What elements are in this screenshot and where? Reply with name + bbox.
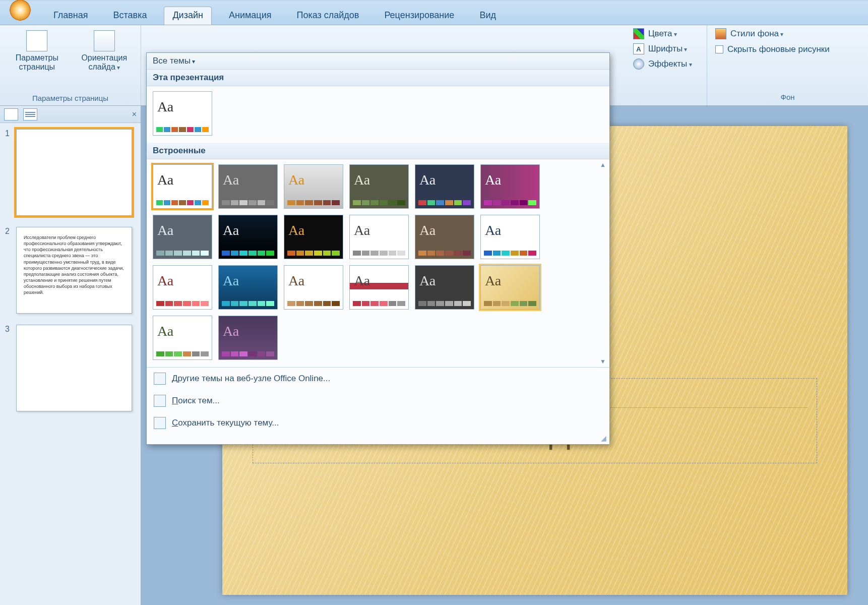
theme-tile-brown[interactable]: Аа: [415, 215, 474, 259]
slide-thumbnail-3[interactable]: [16, 325, 132, 411]
themes-scrollbar[interactable]: ▲▼: [597, 159, 608, 367]
page-setup-icon: [26, 30, 47, 51]
effects-icon: [633, 58, 644, 70]
theme-color-strip: [222, 351, 274, 356]
orientation-icon: [94, 30, 115, 51]
search-themes[interactable]: Поиск тем...: [147, 390, 609, 412]
slide-thumbnails: 1 2 Исследователи проблем среднего профе…: [0, 123, 141, 429]
slide-panel: × 1 2 Исследователи проблем среднего про…: [0, 106, 141, 605]
bg-styles-label: Стили фона: [730, 29, 783, 39]
more-themes-online[interactable]: Другие темы на веб-узле Office Online...: [147, 368, 609, 390]
themes-dropdown-header[interactable]: Все темы: [147, 53, 609, 70]
theme-sample-text: Аа: [223, 323, 239, 339]
slide-panel-tabs: ×: [0, 106, 141, 123]
save-current-theme[interactable]: Сохранить текущую тему...: [147, 412, 609, 434]
theme-tile-office-default[interactable]: Аа: [153, 91, 212, 136]
theme-tile-violet[interactable]: Аа: [218, 316, 278, 360]
effects-label: Эффекты: [648, 59, 692, 69]
hide-background-checkbox[interactable]: Скрыть фоновые рисунки: [715, 44, 860, 54]
page-setup-label: Параметры страницы: [9, 53, 65, 72]
globe-icon: [154, 373, 166, 385]
theme-color-strip: [484, 200, 536, 205]
theme-tile-metal[interactable]: Аа: [284, 164, 343, 209]
thumb-number: 1: [5, 129, 12, 216]
theme-color-strip: [418, 251, 471, 256]
theme-tile-blackblue[interactable]: Аа: [218, 215, 278, 259]
theme-tile-circles[interactable]: Аа: [153, 316, 212, 360]
theme-tile-blackfire[interactable]: Аа: [284, 215, 343, 259]
bg-styles-icon: [715, 28, 726, 39]
tab-animation[interactable]: Анимация: [221, 7, 280, 25]
theme-color-strip: [287, 200, 340, 205]
tab-home[interactable]: Главная: [45, 7, 96, 25]
themes-list-this-presentation: Аа: [147, 86, 609, 143]
thumb-number: 2: [5, 227, 12, 314]
page-setup-button[interactable]: Параметры страницы: [5, 28, 69, 74]
search-icon: [154, 395, 166, 407]
group-label-page-setup: Параметры страницы: [5, 93, 136, 103]
colors-icon: [633, 28, 644, 39]
group-theme-variants: Цвета А Шрифты Эффекты: [626, 25, 707, 105]
themes-section-this-presentation: Эта презентация: [147, 70, 609, 86]
theme-sample-text: Аа: [157, 222, 173, 238]
more-themes-label: Другие темы на веб-узле Office Online...: [172, 374, 330, 384]
theme-tile-gray[interactable]: Аа: [218, 164, 278, 209]
theme-tile-navy[interactable]: Аа: [415, 164, 474, 209]
theme-tile-paper[interactable]: Аа: [349, 215, 409, 259]
tab-slideshow[interactable]: Показ слайдов: [288, 7, 367, 25]
search-themes-label: Поиск тем...: [172, 396, 220, 406]
theme-sample-text: Аа: [485, 273, 501, 289]
dropdown-resize-grip[interactable]: ◢: [147, 434, 609, 444]
theme-color-strip: [418, 200, 471, 205]
theme-sample-text: Аа: [157, 99, 173, 115]
theme-tile-slate[interactable]: Аа: [153, 215, 212, 259]
tab-insert[interactable]: Вставка: [105, 7, 155, 25]
theme-tile-sand[interactable]: Аа: [480, 265, 540, 310]
theme-tile-bluestrip[interactable]: Аа: [480, 215, 540, 259]
theme-tile-office[interactable]: Аа: [153, 164, 212, 209]
themes-section-builtin: Встроенные: [147, 143, 609, 159]
slide-thumbnail-2[interactable]: Исследователи проблем среднего профессио…: [16, 227, 132, 314]
theme-tile-charcoal[interactable]: Аа: [415, 265, 474, 310]
theme-color-strip: [156, 127, 209, 132]
panel-close-button[interactable]: ×: [132, 110, 137, 119]
group-label-background: Фон: [715, 92, 860, 102]
background-styles-button[interactable]: Стили фона: [715, 28, 860, 39]
theme-sample-text: Аа: [223, 273, 239, 289]
theme-color-strip: [156, 301, 209, 306]
colors-label: Цвета: [648, 29, 677, 39]
ribbon-tabstrip: Главная Вставка Дизайн Анимация Показ сл…: [0, 1, 868, 25]
themes-list-builtin: ▲▼ АаАаАаАаАаАаАаАаАаАаАаАаАаАаАаАаАаАаА…: [147, 159, 609, 367]
group-background: Стили фона Скрыть фоновые рисунки Фон: [707, 25, 868, 105]
theme-color-strip: [156, 351, 209, 356]
thumb-number: 3: [5, 325, 12, 411]
theme-tile-beige[interactable]: Аа: [284, 265, 343, 310]
tab-view[interactable]: Вид: [471, 7, 504, 25]
theme-colors-button[interactable]: Цвета: [633, 28, 700, 39]
theme-sample-text: Аа: [157, 273, 173, 289]
theme-tile-redband[interactable]: Аа: [349, 265, 409, 310]
theme-sample-text: Аа: [354, 172, 370, 188]
tab-review[interactable]: Рецензирование: [376, 7, 462, 25]
fonts-icon: А: [633, 43, 644, 54]
outline-tab[interactable]: [23, 108, 37, 120]
theme-sample-text: Аа: [354, 273, 370, 289]
theme-effects-button[interactable]: Эффекты: [633, 58, 700, 70]
theme-color-strip: [222, 251, 274, 256]
theme-sample-text: Аа: [157, 323, 173, 339]
themes-dropdown-footer: Другие темы на веб-узле Office Online...…: [147, 367, 609, 434]
slide-thumbnail-1[interactable]: [16, 129, 132, 216]
theme-tile-magenta[interactable]: Аа: [480, 164, 540, 209]
theme-color-strip: [287, 301, 340, 306]
theme-tile-aqua[interactable]: Аа: [218, 265, 278, 310]
theme-color-strip: [484, 251, 536, 256]
theme-tile-olive[interactable]: Аа: [349, 164, 409, 209]
theme-sample-text: Аа: [288, 172, 304, 188]
theme-tile-redtop[interactable]: Аа: [153, 265, 212, 310]
theme-color-strip: [353, 200, 405, 205]
office-button[interactable]: [0, 0, 40, 24]
slides-tab[interactable]: [4, 108, 18, 120]
tab-design[interactable]: Дизайн: [164, 7, 212, 25]
theme-fonts-button[interactable]: А Шрифты: [633, 43, 700, 54]
slide-orientation-button[interactable]: Ориентация слайда: [73, 28, 136, 74]
